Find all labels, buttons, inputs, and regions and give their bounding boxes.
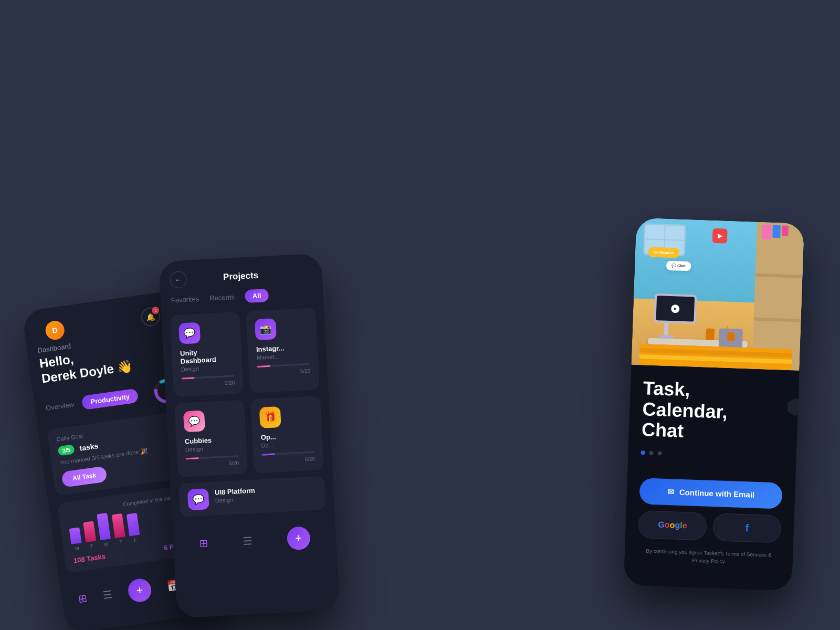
projects-title: Projects [223,270,259,282]
monitor-screen: ▶ [656,296,695,321]
project-progress-instagram [257,363,310,368]
email-icon: ✉ [667,487,675,497]
continue-email-button[interactable]: ✉ Continue with Email [639,478,783,509]
social-buttons: Google f [638,510,782,543]
stat-tasks: 108 Tasks [73,552,106,564]
tab-overview[interactable]: Overview [45,400,75,412]
nav-list-icon[interactable]: ☰ [102,588,113,602]
bottom-nav-middle: ⊞ ☰ + [172,517,337,565]
hero-title: Task, Calendar, Chat [642,377,786,445]
tab-all[interactable]: All [245,289,269,303]
project-progress-cubbies [186,455,239,459]
hero-image: ▶ Notification 💬 Chat ▶ [632,218,805,371]
yellow-notification: Notification [648,247,679,258]
project-name-unity: Unity Dashboard [180,346,234,365]
project-progress-op [261,452,314,456]
dot-1[interactable] [641,450,645,455]
project-count-unity: 5/20 [182,380,235,388]
tasks-label: tasks [79,442,99,453]
pencil-holder [706,328,715,340]
play-badge: ▶ [712,228,728,244]
project-category-unity: Design [181,363,234,372]
project-card-cubbies[interactable]: 💬 Cubbies Design 5/20 [174,400,248,477]
onboarding-content: Task, Calendar, Chat ✉ Continue with Ema… [624,364,800,578]
terms-text: By continuing you agree Taskez's Terms o… [637,547,780,567]
dot-3[interactable] [658,451,662,455]
project-icon-instagram: 📸 [255,318,277,340]
project-card-ui8[interactable]: 💬 UI8 Platform Design [178,476,326,517]
speech-bubble-illustration: 💬 Chat [666,261,691,271]
project-card-instagram[interactable]: 📸 Instagr... Market... 5/20 [246,308,320,393]
tab-favorites[interactable]: Favorites [171,295,199,304]
coffee-cup [727,332,735,341]
projects-grid: 💬 Unity Dashboard Design 5/20 📸 Instagr.… [161,307,332,478]
back-button[interactable]: ← [170,271,187,289]
project-icon-cubbies: 💬 [183,410,205,432]
task-badge: 3/5 [57,444,75,456]
project-icon-unity: 💬 [178,322,201,344]
project-card-ui8-partial: 💬 UI8 Platform Design [178,476,326,517]
project-category-instagram: Market... [256,352,309,361]
project-category-op: De... [261,440,314,449]
phone-right: ▶ Notification 💬 Chat ▶ [624,218,804,591]
project-category-ui8: Design [215,495,256,503]
google-icon: Google [658,520,687,531]
monitor-frame: ▶ [654,293,697,324]
monitor-base [658,335,673,339]
all-task-button[interactable]: All Task [61,466,107,488]
facebook-button[interactable]: f [712,513,782,543]
project-icon-ui8: 💬 [187,488,209,510]
nav-home-icon[interactable]: ⊞ [78,592,88,605]
nav-grid-icon[interactable]: ⊞ [199,537,208,550]
facebook-icon: f [745,522,749,534]
dot-indicators [641,450,662,455]
project-card-unity[interactable]: 💬 Unity Dashboard Design 5/20 [170,312,244,397]
hex-decoration [787,398,803,416]
dot-2[interactable] [649,451,654,455]
phone-middle: ← Projects Favorites Recents All 💬 Unity… [159,253,340,618]
continue-email-label: Continue with Email [679,488,755,499]
project-card-op[interactable]: 🎁 Op... De... 5/20 [250,396,324,474]
project-count-cubbies: 5/20 [186,460,239,468]
project-icon-op: 🎁 [259,406,281,428]
project-progress-unity [182,375,235,379]
nav-plus-button-mid[interactable]: + [287,526,311,550]
nav-list-icon-mid[interactable]: ☰ [243,534,253,548]
tab-productivity[interactable]: Productivity [81,388,139,410]
google-button[interactable]: Google [638,510,707,541]
project-count-op: 5/20 [262,456,315,465]
nav-plus-button[interactable]: + [127,578,153,604]
project-name-ui8: UI8 Platform [215,486,255,496]
avatar[interactable]: D [44,320,66,341]
project-category-cubbies: Design [185,444,238,453]
notification-bell[interactable]: 🔔 2 [140,306,162,328]
project-count-instagram: 5/20 [257,368,310,376]
tab-recents[interactable]: Recents [209,293,235,302]
